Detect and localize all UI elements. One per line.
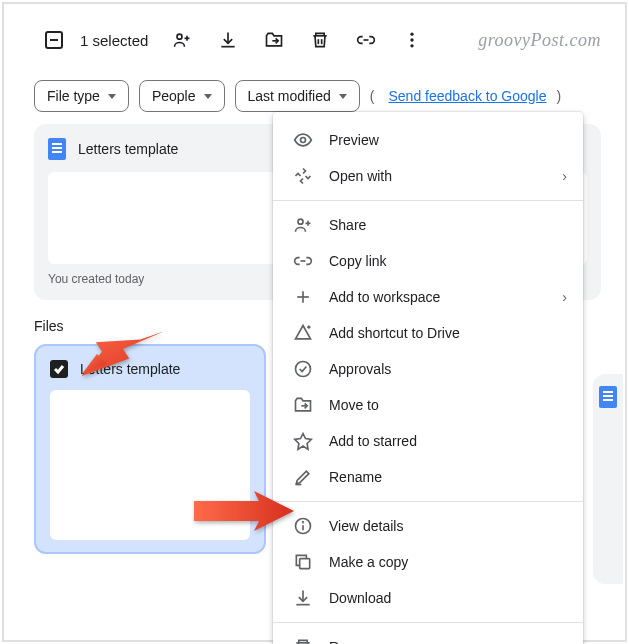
- trash-icon: [291, 637, 315, 644]
- docs-icon: [48, 138, 66, 160]
- svg-marker-27: [194, 491, 294, 531]
- ctx-add-shortcut[interactable]: Add shortcut to Drive: [273, 315, 583, 351]
- more-icon[interactable]: [392, 20, 432, 60]
- ctx-rename[interactable]: Rename: [273, 459, 583, 495]
- drive-shortcut-icon: [291, 323, 315, 343]
- ctx-download[interactable]: Download: [273, 580, 583, 616]
- selection-toolbar: 1 selected groovyPost.com: [4, 4, 625, 74]
- link-icon: [291, 251, 315, 271]
- svg-marker-25: [82, 324, 162, 384]
- svg-point-23: [303, 522, 304, 523]
- chevron-down-icon: [339, 94, 347, 99]
- file-card[interactable]: [593, 374, 623, 584]
- chevron-down-icon: [204, 94, 212, 99]
- svg-point-9: [411, 44, 414, 47]
- svg-rect-24: [300, 559, 310, 569]
- folder-move-icon: [291, 395, 315, 415]
- filter-filetype[interactable]: File type: [34, 80, 129, 112]
- svg-point-18: [296, 362, 311, 377]
- svg-point-11: [298, 219, 303, 224]
- person-add-icon: [291, 215, 315, 235]
- file-title: Letters template: [78, 141, 178, 157]
- open-with-icon: [291, 166, 315, 186]
- ctx-make-copy[interactable]: Make a copy: [273, 544, 583, 580]
- plus-icon: [291, 287, 315, 307]
- ctx-copy-link[interactable]: Copy link: [273, 243, 583, 279]
- eye-icon: [291, 130, 315, 150]
- menu-separator: [273, 622, 583, 623]
- copy-icon: [291, 552, 315, 572]
- feedback-link[interactable]: Send feedback to Google: [388, 88, 546, 104]
- selection-count: 1 selected: [80, 32, 148, 49]
- svg-marker-19: [295, 434, 312, 450]
- download-icon: [291, 588, 315, 608]
- chevron-right-icon: ›: [562, 289, 567, 305]
- watermark: groovyPost.com: [478, 30, 601, 51]
- selection-toggle-icon[interactable]: [34, 20, 74, 60]
- ctx-remove[interactable]: Remove: [273, 629, 583, 644]
- share-icon[interactable]: [162, 20, 202, 60]
- svg-point-2: [177, 34, 182, 39]
- ctx-view-details[interactable]: View details: [273, 508, 583, 544]
- ctx-add-workspace[interactable]: Add to workspace ›: [273, 279, 583, 315]
- approvals-icon: [291, 359, 315, 379]
- menu-separator: [273, 200, 583, 201]
- pencil-icon: [291, 467, 315, 487]
- move-icon[interactable]: [254, 20, 294, 60]
- ctx-preview[interactable]: Preview: [273, 122, 583, 158]
- filter-people[interactable]: People: [139, 80, 225, 112]
- svg-point-8: [411, 38, 414, 41]
- checkbox-checked-icon[interactable]: [50, 360, 68, 378]
- filter-lastmodified[interactable]: Last modified: [235, 80, 360, 112]
- ctx-open-with[interactable]: Open with ›: [273, 158, 583, 194]
- svg-point-7: [411, 33, 414, 36]
- svg-point-10: [301, 138, 306, 143]
- chevron-right-icon: ›: [562, 168, 567, 184]
- chevron-down-icon: [108, 94, 116, 99]
- menu-separator: [273, 501, 583, 502]
- annotation-arrow: [82, 324, 162, 384]
- link-icon[interactable]: [346, 20, 386, 60]
- ctx-approvals[interactable]: Approvals: [273, 351, 583, 387]
- ctx-move-to[interactable]: Move to: [273, 387, 583, 423]
- annotation-arrow: [194, 486, 294, 536]
- docs-icon: [599, 386, 617, 408]
- info-icon: [291, 516, 315, 536]
- trash-icon[interactable]: [300, 20, 340, 60]
- star-icon: [291, 431, 315, 451]
- download-icon[interactable]: [208, 20, 248, 60]
- context-menu: Preview Open with › Share Copy link Add …: [273, 112, 583, 644]
- ctx-share[interactable]: Share: [273, 207, 583, 243]
- ctx-add-starred[interactable]: Add to starred: [273, 423, 583, 459]
